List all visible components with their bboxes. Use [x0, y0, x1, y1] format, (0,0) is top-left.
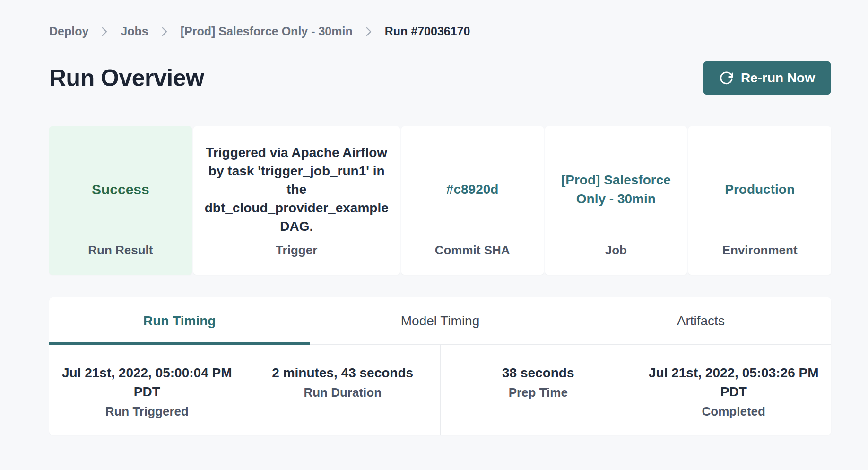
rerun-now-button[interactable]: Re-run Now — [703, 61, 831, 95]
prep-time-value: 38 seconds — [452, 364, 625, 383]
breadcrumb-item-job-name[interactable]: [Prod] Salesforce Only - 30min — [181, 25, 353, 38]
prep-time-label: Prep Time — [452, 385, 625, 400]
commit-sha-label: Commit SHA — [413, 243, 532, 258]
page-title: Run Overview — [49, 64, 204, 92]
chevron-right-icon — [101, 26, 108, 37]
rerun-now-button-label: Re-run Now — [741, 70, 815, 86]
run-triggered-card: Jul 21st, 2022, 05:00:04 PM PDT Run Trig… — [49, 345, 245, 435]
run-triggered-value: Jul 21st, 2022, 05:00:04 PM PDT — [61, 364, 234, 401]
breadcrumb-item-deploy[interactable]: Deploy — [49, 25, 88, 38]
completed-card: Jul 21st, 2022, 05:03:26 PM PDT Complete… — [636, 345, 832, 435]
breadcrumb-item-jobs[interactable]: Jobs — [121, 25, 148, 38]
run-detail-panel: Run Timing Model Timing Artifacts Jul 21… — [49, 297, 831, 435]
run-triggered-label: Run Triggered — [61, 404, 234, 419]
trigger-card: Triggered via Apache Airflow by task 'tr… — [193, 126, 400, 275]
run-timing-cards: Jul 21st, 2022, 05:00:04 PM PDT Run Trig… — [49, 345, 831, 435]
run-summary-cards: Success Run Result Triggered via Apache … — [49, 126, 831, 275]
commit-sha-link[interactable]: #c8920d — [446, 180, 499, 199]
run-duration-label: Run Duration — [257, 385, 429, 400]
job-link[interactable]: [Prod] Salesforce Only - 30min — [556, 171, 676, 208]
chevron-right-icon — [161, 26, 168, 37]
page-header: Run Overview Re-run Now — [49, 61, 831, 95]
run-overview-page: Deploy Jobs [Prod] Salesforce Only - 30m… — [49, 0, 831, 435]
environment-link[interactable]: Production — [725, 180, 795, 199]
environment-card: Production Environment — [688, 126, 831, 275]
run-duration-value: 2 minutes, 43 seconds — [257, 364, 429, 383]
refresh-icon — [719, 71, 733, 85]
run-duration-card: 2 minutes, 43 seconds Run Duration — [245, 345, 441, 435]
tab-bar: Run Timing Model Timing Artifacts — [49, 297, 831, 345]
environment-label: Environment — [700, 243, 820, 258]
tab-artifacts[interactable]: Artifacts — [571, 297, 831, 344]
completed-label: Completed — [648, 404, 820, 419]
trigger-value: Triggered via Apache Airflow by task 'tr… — [205, 143, 389, 236]
trigger-label: Trigger — [205, 243, 389, 258]
job-label: Job — [556, 243, 676, 258]
prep-time-card: 38 seconds Prep Time — [440, 345, 636, 435]
tab-model-timing[interactable]: Model Timing — [310, 297, 570, 344]
completed-value: Jul 21st, 2022, 05:03:26 PM PDT — [648, 364, 820, 401]
tab-run-timing[interactable]: Run Timing — [49, 297, 310, 344]
breadcrumb: Deploy Jobs [Prod] Salesforce Only - 30m… — [49, 0, 831, 38]
breadcrumb-item-run-number: Run #70036170 — [385, 25, 470, 38]
run-result-card: Success Run Result — [49, 126, 192, 275]
run-result-value: Success — [92, 180, 149, 200]
job-card: [Prod] Salesforce Only - 30min Job — [545, 126, 687, 275]
chevron-right-icon — [365, 26, 373, 37]
run-result-label: Run Result — [61, 243, 181, 258]
commit-sha-card: #c8920d Commit SHA — [401, 126, 544, 275]
